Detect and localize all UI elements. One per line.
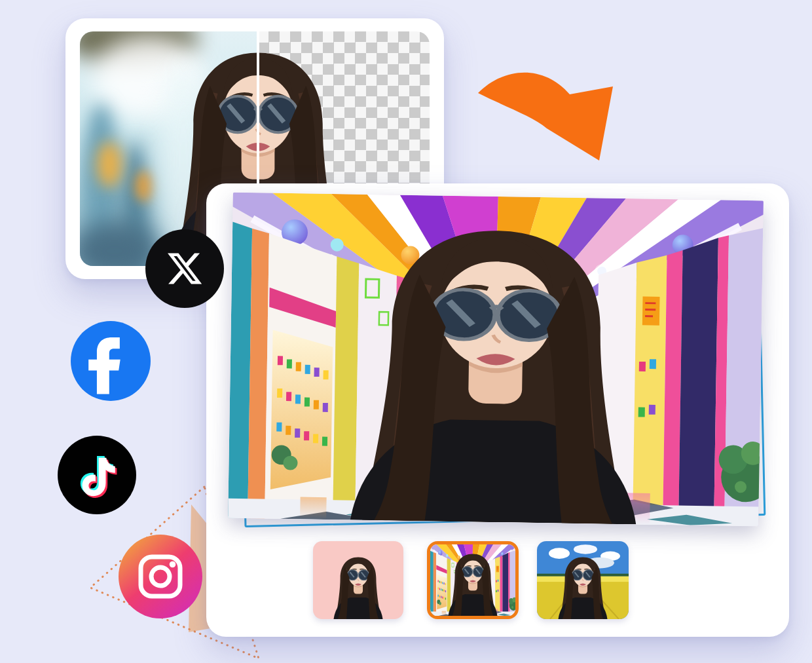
thumbnail-pink-background[interactable] [313,541,403,619]
result-photo [228,193,764,527]
tiktok-icon [73,451,120,499]
woman-thumbnail [445,550,501,616]
facebook-social-button[interactable] [71,321,151,401]
blurred-light [97,142,122,187]
instagram-icon [136,552,185,601]
woman-subject [329,212,661,525]
instagram-social-button[interactable] [119,535,202,618]
x-social-button[interactable] [145,229,224,308]
facebook-icon [71,321,151,401]
curved-arrow-icon [470,60,622,166]
woman-thumbnail [555,554,611,619]
tiktok-social-button[interactable] [58,436,136,514]
thumbnail-mall-background[interactable] [427,541,519,619]
x-icon [166,250,204,288]
woman-thumbnail [330,554,386,619]
thumbnail-field-background[interactable] [537,541,629,619]
result-card [206,183,789,637]
blurred-light [135,170,153,202]
